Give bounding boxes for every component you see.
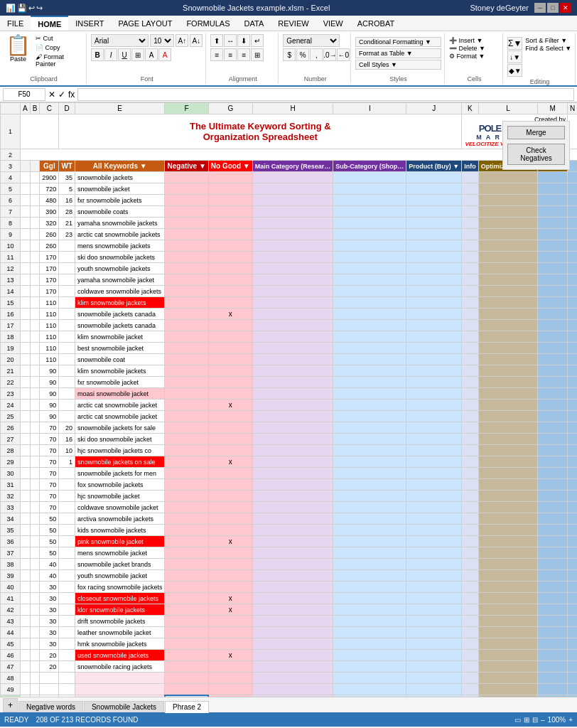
table-row: 19 110 best snowmobile jacket	[1, 343, 578, 354]
view-pagebreak-icon[interactable]: ⊟	[532, 716, 538, 724]
name-box[interactable]	[3, 88, 45, 101]
zoom-out-button[interactable]: –	[541, 716, 545, 724]
sort-filter-button[interactable]: Sort & Filter ▼	[525, 37, 571, 44]
copy-button[interactable]: 📄 Copy	[33, 43, 83, 52]
table-row: 46 20 used snowmobile jackets x	[1, 650, 578, 661]
increase-decimal-button[interactable]: .0→	[323, 48, 336, 61]
header-product: Product (Buy) ▼	[406, 161, 462, 172]
col-header-n[interactable]: N	[568, 103, 577, 114]
cut-button[interactable]: ✂ Cut	[33, 34, 83, 43]
title-bar-title: Snowmobile Jackets example.xlsm - Excel	[43, 4, 470, 12]
col-header-c[interactable]: C	[40, 103, 59, 114]
table-row: 15 110 klim snowmobile jackets	[1, 297, 578, 309]
col-header-b[interactable]: B	[30, 103, 40, 114]
wrap-text-button[interactable]: ↵	[251, 34, 264, 47]
table-row: 35 50 kids snowmobile jackets	[1, 525, 578, 536]
col-header-d[interactable]: D	[59, 103, 75, 114]
sheet-tab-negative-words[interactable]: Negative words	[18, 701, 83, 712]
border-button[interactable]: ⊞	[131, 48, 144, 61]
close-button[interactable]: ✕	[560, 3, 571, 13]
fill-color-button[interactable]: A	[145, 48, 158, 61]
tab-view[interactable]: VIEW	[316, 16, 350, 31]
paste-button[interactable]: 📋 Paste	[4, 34, 32, 64]
col-header-a[interactable]: A	[21, 103, 31, 114]
tab-page-layout[interactable]: PAGE LAYOUT	[111, 16, 179, 31]
tab-review[interactable]: REVIEW	[271, 16, 316, 31]
align-middle-button[interactable]: ↔	[224, 34, 237, 47]
merge-button-panel[interactable]: Merge	[507, 126, 565, 139]
sheet-tab-phrase-2[interactable]: Phrase 2	[165, 701, 209, 713]
underline-button[interactable]: U	[118, 48, 131, 61]
row-2: 2	[1, 149, 578, 161]
sheet-tab-snowmobile-jackets[interactable]: Snowmobile Jackets	[84, 701, 164, 712]
table-row: 21 90 klim snowmobile jackets	[1, 365, 578, 377]
grid-scroll[interactable]: A B C D E F G H I J K L M N 1	[0, 102, 577, 697]
format-button[interactable]: ⚙ Format ▼	[449, 53, 500, 60]
view-layout-icon[interactable]: ⊞	[524, 716, 529, 724]
header-nogood: No Good ▼	[208, 161, 252, 172]
table-row: 47 20 snowmobile racing jackets	[1, 661, 578, 673]
zoom-in-button[interactable]: +	[568, 716, 573, 724]
cell-styles-button[interactable]: Cell Styles ▼	[355, 60, 441, 70]
maximize-button[interactable]: □	[547, 3, 559, 13]
decrease-decimal-button[interactable]: ←0	[337, 48, 350, 61]
font-name-select[interactable]: Arial	[91, 34, 149, 47]
conditional-formatting-button[interactable]: Conditional Formatting ▼	[355, 37, 441, 47]
col-header-k[interactable]: K	[462, 103, 479, 114]
formula-confirm-icon[interactable]: ✓	[58, 90, 65, 100]
table-row: 32 70 hjc snowmobile jacket	[1, 491, 578, 502]
autosum-button[interactable]: Σ▼	[507, 37, 522, 50]
col-header-g[interactable]: G	[208, 103, 252, 114]
formula-input[interactable]	[77, 88, 574, 101]
check-negatives-button[interactable]: Check Negatives	[507, 144, 565, 165]
col-header-h[interactable]: H	[252, 103, 333, 114]
insert-button[interactable]: ➕ Insert ▼	[449, 37, 500, 44]
tab-home[interactable]: HOME	[31, 16, 68, 31]
align-top-button[interactable]: ⬆	[210, 34, 223, 47]
number-format-select[interactable]: General	[283, 34, 340, 47]
delete-button[interactable]: ➖ Delete ▼	[449, 45, 500, 52]
col-header-i[interactable]: I	[333, 103, 406, 114]
col-header-m[interactable]: M	[538, 103, 568, 114]
col-header-l[interactable]: L	[478, 103, 537, 114]
formula-insert-icon[interactable]: fx	[68, 90, 75, 100]
align-bottom-button[interactable]: ⬇	[237, 34, 250, 47]
align-left-button[interactable]: ≡	[210, 48, 223, 61]
col-header-j[interactable]: J	[406, 103, 462, 114]
align-right-button[interactable]: ≡	[237, 48, 250, 61]
view-normal-icon[interactable]: ▭	[514, 716, 521, 724]
add-sheet-button[interactable]: +	[3, 698, 18, 712]
merge-button[interactable]: ⊞	[251, 48, 264, 61]
comma-button[interactable]: ,	[310, 48, 323, 61]
table-row: 11 170 ski doo snowmobile jackets	[1, 252, 578, 263]
fill-button[interactable]: ↓▼	[507, 50, 522, 63]
tab-insert[interactable]: INSERT	[68, 16, 111, 31]
clear-button[interactable]: ◆▼	[507, 64, 522, 77]
table-row: 29 701 snowmobile jackets on sale x	[1, 456, 578, 468]
font-color-button[interactable]: A	[158, 48, 171, 61]
col-header-e[interactable]: E	[75, 103, 165, 114]
italic-button[interactable]: I	[104, 48, 117, 61]
table-row: 10 260 mens snowmobile jackets	[1, 240, 578, 252]
align-center-button[interactable]: ≡	[224, 48, 237, 61]
tab-data[interactable]: DATA	[237, 16, 271, 31]
table-row: 37 50 mens snowmobile jacket	[1, 547, 578, 559]
header-main: Main Category (Resear…	[252, 161, 333, 172]
format-as-table-button[interactable]: Format as Table ▼	[355, 48, 441, 58]
percent-button[interactable]: %	[296, 48, 309, 61]
table-row: 4 290035 snowmobile jackets	[1, 172, 578, 183]
table-row: 6 48016 fxr snowmobile jackets	[1, 195, 578, 206]
bold-button[interactable]: B	[91, 48, 104, 61]
formula-cancel-icon[interactable]: ✕	[48, 90, 55, 100]
font-size-select[interactable]: 10	[150, 34, 174, 47]
find-select-button[interactable]: Find & Select ▼	[525, 45, 571, 52]
minimize-button[interactable]: ─	[534, 3, 546, 13]
increase-font-button[interactable]: A↑	[176, 34, 188, 47]
currency-button[interactable]: $	[283, 48, 296, 61]
tab-formulas[interactable]: FORMULAS	[179, 16, 237, 31]
tab-acrobat[interactable]: ACROBAT	[350, 16, 401, 31]
tab-file[interactable]: FILE	[0, 16, 31, 31]
col-header-f[interactable]: F	[165, 103, 208, 114]
format-painter-button[interactable]: 🖌 Format Painter	[33, 53, 83, 68]
decrease-font-button[interactable]: A↓	[190, 34, 203, 47]
